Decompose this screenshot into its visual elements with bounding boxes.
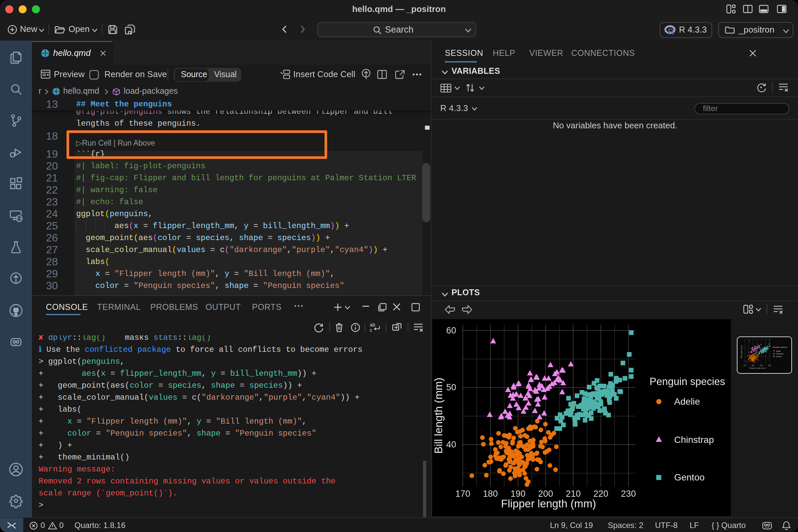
svg-text:R: R <box>668 26 674 35</box>
svg-text:170: 170 <box>455 489 470 498</box>
svg-text:180: 180 <box>483 489 498 498</box>
svg-text:Adelie: Adelie <box>776 350 781 352</box>
svg-text:c: c <box>370 327 373 333</box>
svg-text:190: 190 <box>752 364 755 366</box>
svg-text:50: 50 <box>446 382 456 392</box>
svg-text:Flipper length (mm): Flipper length (mm) <box>749 367 766 369</box>
svg-text:Penguin species: Penguin species <box>773 346 787 348</box>
svg-text:Penguin species: Penguin species <box>650 375 725 387</box>
svg-text:Flipper length (mm): Flipper length (mm) <box>501 497 596 509</box>
svg-text:Gentoo: Gentoo <box>674 472 705 482</box>
svg-text:210: 210 <box>760 364 763 366</box>
svg-text:Bill length (mm): Bill length (mm) <box>740 345 742 358</box>
svg-text:40: 40 <box>446 440 456 450</box>
svg-text:Chinstrap: Chinstrap <box>674 434 714 444</box>
svg-text:ab: ab <box>370 322 375 327</box>
svg-text:Gentoo: Gentoo <box>776 355 782 357</box>
svg-text:170: 170 <box>743 364 746 366</box>
svg-text:230: 230 <box>768 364 771 366</box>
svg-text:Adelie: Adelie <box>674 396 700 407</box>
svg-text:Chinstrap: Chinstrap <box>776 353 783 355</box>
svg-text:Bill length (mm): Bill length (mm) <box>432 377 444 454</box>
svg-text:230: 230 <box>621 489 636 498</box>
svg-text:60: 60 <box>446 325 456 335</box>
